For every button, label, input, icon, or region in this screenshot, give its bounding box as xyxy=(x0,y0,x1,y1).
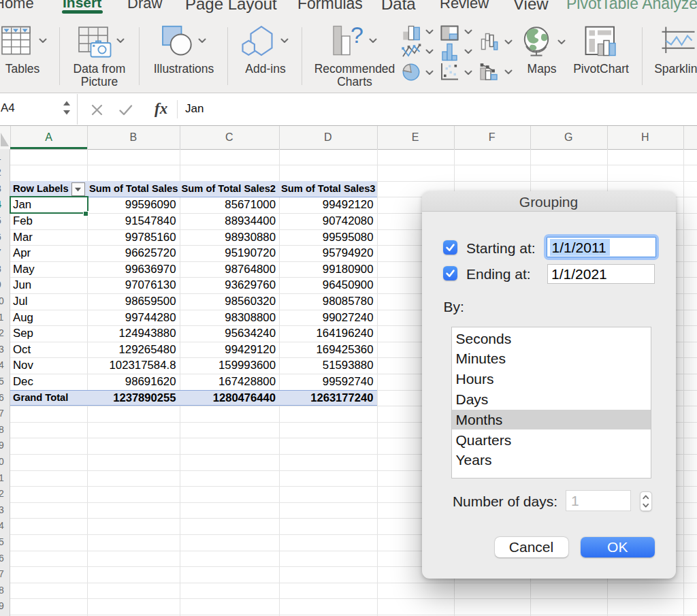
svg-text:?: ? xyxy=(351,22,363,48)
